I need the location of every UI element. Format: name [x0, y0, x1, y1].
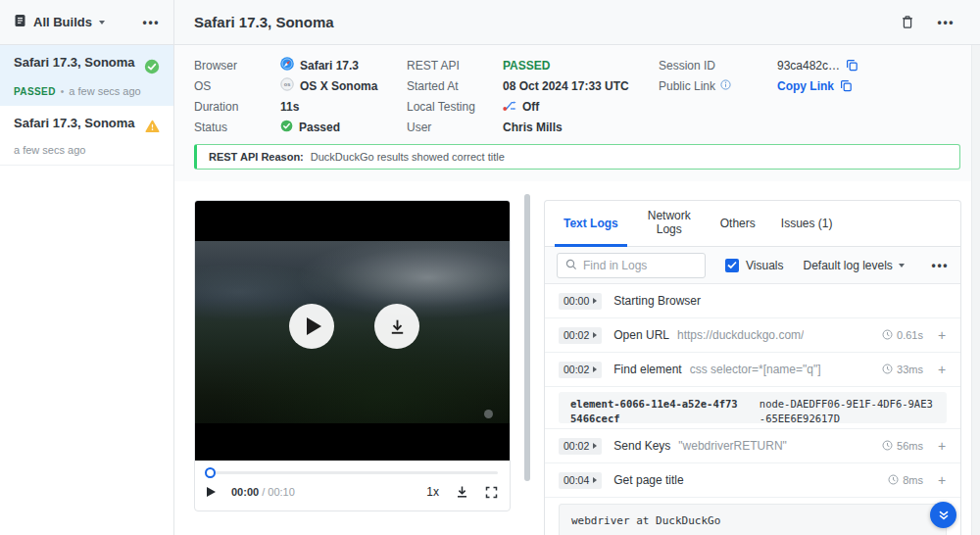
log-duration: 0.61s	[897, 329, 923, 341]
log-action: Get page title	[613, 473, 683, 487]
clock-icon	[882, 361, 893, 378]
visuals-label: Visuals	[746, 259, 783, 272]
log-levels-dropdown[interactable]: Default log levels	[803, 259, 904, 272]
chevron-down-icon	[899, 264, 905, 268]
log-row[interactable]: 00:00 Starting Browser	[545, 284, 960, 318]
tab-issues[interactable]: Issues (1)	[768, 201, 846, 246]
detail-row-started-at: Started At 08 Oct 2024 17:33 UTC	[407, 75, 629, 96]
separator-dot: •	[61, 86, 65, 97]
search-icon	[565, 257, 577, 274]
log-timestamp-badge[interactable]: 00:04	[559, 472, 602, 489]
log-duration: 33ms	[897, 364, 923, 375]
copy-session-id-button[interactable]	[846, 59, 858, 72]
play-icon	[307, 317, 321, 335]
detail-row-public-link: Public Link Copy Link	[659, 75, 858, 96]
detail-label: REST API	[407, 59, 503, 73]
detail-label: Local Testing	[407, 100, 503, 114]
log-timestamp-badge[interactable]: 00:02	[559, 327, 602, 344]
expand-log-button[interactable]: +	[937, 438, 947, 454]
video-controls: 00:00 / 00:10 1x	[195, 474, 510, 499]
seek-knob[interactable]	[205, 467, 216, 478]
logs-more-menu[interactable]: •••	[932, 259, 949, 272]
log-action: Starting Browser	[613, 294, 701, 308]
log-timestamp-badge[interactable]: 00:02	[559, 362, 602, 378]
log-row[interactable]: 00:02 Send Keys "webdriverRETURN" 56ms +	[545, 429, 960, 463]
build-item-passed[interactable]: Safari 17.3, Sonoma PASSED • a few secs …	[0, 45, 173, 106]
sidebar-more-menu[interactable]: •••	[143, 16, 160, 29]
log-duration: 56ms	[897, 440, 923, 452]
video-time: 00:00 / 00:10	[231, 486, 295, 498]
safari-icon	[280, 57, 294, 73]
find-in-logs-search[interactable]	[557, 253, 706, 278]
rest-api-reason-banner: REST API Reason: DuckDuckGo results show…	[194, 144, 960, 170]
expand-log-button[interactable]: +	[937, 472, 947, 488]
clock-icon	[882, 326, 893, 344]
expand-log-button[interactable]: +	[937, 362, 947, 377]
search-input[interactable]	[583, 259, 697, 272]
app-window: All Builds ••• Safari 17.3, Sonoma PASSE…	[0, 0, 980, 535]
video-current-time: 00:00	[231, 486, 259, 498]
page-scrollbar[interactable]	[971, 45, 980, 535]
log-row[interactable]: 00:04 Get page title 8ms +	[545, 463, 960, 498]
double-chevron-down-icon	[938, 510, 950, 521]
log-action: Send Keys	[613, 439, 670, 453]
clock-icon	[882, 437, 893, 455]
svg-text:os: os	[284, 81, 291, 87]
check-circle-icon	[144, 59, 160, 78]
log-row[interactable]: 00:02 Find element css selector=*[name="…	[545, 353, 960, 387]
session-details: Browser Safari 17.3 OS os OS X Sonoma Du…	[174, 45, 980, 181]
visuals-toggle[interactable]: Visuals	[725, 259, 783, 272]
tab-text-logs[interactable]: Text Logs	[551, 201, 631, 246]
visuals-checkbox[interactable]	[725, 259, 739, 272]
copy-link-button[interactable]: Copy Link	[777, 79, 834, 93]
copy-icon	[840, 79, 853, 92]
detail-value: Off	[522, 100, 539, 114]
node-id-code: node-DAEDFF06-9E1F-4DF6-9AE3-65EE6E92617…	[760, 397, 935, 418]
build-item-warning[interactable]: Safari 17.3, Sonoma a few secs ago	[0, 106, 173, 166]
detail-value: OS X Sonoma	[300, 79, 377, 93]
chevron-down-icon	[99, 21, 105, 24]
video-play-overlay-button[interactable]	[289, 304, 334, 349]
build-title: Safari 17.3, Sonoma	[14, 116, 135, 130]
banner-text: DuckDuckGo results showed correct title	[311, 151, 505, 163]
video-frame[interactable]	[195, 201, 510, 461]
content-scrollbar-thumb[interactable]	[524, 194, 530, 481]
log-timestamp-badge[interactable]: 00:02	[559, 438, 602, 455]
download-icon	[388, 317, 407, 336]
tab-others[interactable]: Others	[708, 201, 768, 246]
rest-api-status: PASSED	[503, 59, 550, 73]
builds-doc-icon	[14, 14, 26, 31]
video-poster	[195, 241, 510, 423]
session-more-menu[interactable]: •••	[938, 16, 955, 29]
fullscreen-button[interactable]	[485, 486, 498, 499]
all-builds-dropdown[interactable]: All Builds	[14, 14, 105, 31]
detail-value: Safari 17.3	[300, 59, 359, 73]
log-duration: 8ms	[903, 474, 923, 486]
video-download-button[interactable]	[456, 485, 468, 499]
os-icon: os	[280, 77, 294, 94]
video-seek-bar[interactable]	[207, 471, 498, 474]
detail-row-local-testing: Local Testing Off	[407, 96, 629, 117]
build-status-badge: PASSED	[14, 86, 56, 97]
detail-label: User	[407, 121, 503, 134]
video-duration: 00:10	[268, 486, 295, 498]
detail-value: Passed	[299, 121, 340, 134]
tab-network-logs[interactable]: Network Logs	[631, 201, 708, 246]
playback-speed-button[interactable]: 1x	[426, 485, 439, 499]
session-id-value: 93ca482c…	[777, 59, 840, 73]
scroll-to-bottom-button[interactable]	[930, 502, 956, 528]
detail-row-os: OS os OS X Sonoma	[194, 75, 377, 96]
log-row[interactable]: 00:02 Open URL https://duckduckgo.com/ 0…	[545, 318, 960, 353]
delete-session-button[interactable]	[901, 15, 914, 30]
clock-icon	[888, 471, 899, 489]
play-button[interactable]	[207, 487, 216, 497]
builds-dropdown-label: All Builds	[33, 15, 92, 29]
video-download-overlay-button[interactable]	[374, 304, 419, 349]
log-timestamp-badge[interactable]: 00:00	[559, 293, 602, 310]
expand-log-button[interactable]: +	[937, 327, 947, 343]
info-icon[interactable]	[720, 79, 731, 93]
copy-public-link-button[interactable]	[840, 79, 853, 92]
download-icon	[456, 485, 468, 499]
detail-label: Browser	[194, 59, 280, 73]
fullscreen-icon	[485, 486, 498, 499]
